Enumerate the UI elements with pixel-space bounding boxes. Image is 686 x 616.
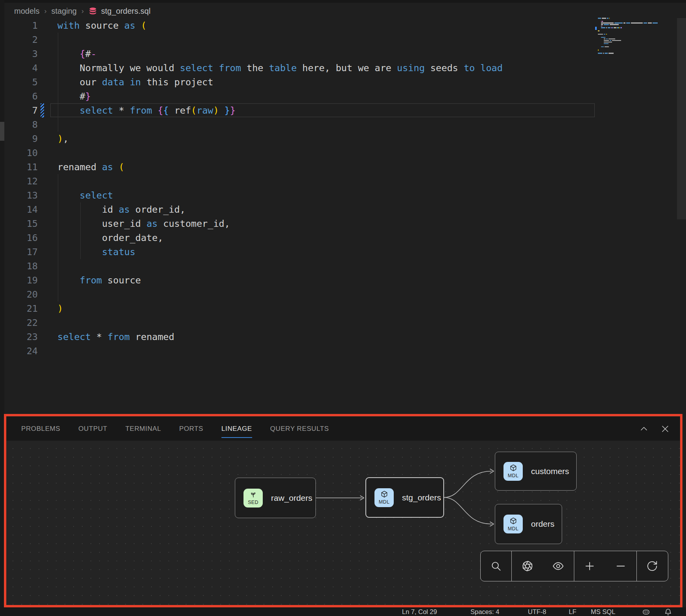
node-label: stg_orders (402, 493, 441, 502)
node-type-badge: MDL (503, 515, 523, 533)
code-line[interactable]: 5 our data in this project (4, 75, 686, 89)
code-line-text: #} (57, 89, 91, 103)
line-number: 1 (4, 18, 38, 33)
node-badge-text: MDL (379, 499, 389, 505)
panel-tab-terminal[interactable]: TERMINAL (125, 417, 161, 441)
code-line[interactable]: 8 (4, 118, 686, 132)
zoom-in-icon (584, 560, 596, 572)
line-number: 4 (4, 61, 38, 75)
line-number: 24 (4, 344, 38, 358)
status-encoding[interactable]: UTF-8 (528, 607, 546, 616)
lineage-node-orders[interactable]: MDLorders (495, 504, 562, 544)
line-number: 10 (4, 146, 38, 160)
maximize-panel-button[interactable] (639, 424, 649, 434)
code-line[interactable]: 24 (4, 344, 686, 358)
line-number: 21 (4, 302, 38, 316)
code-line[interactable]: 10 (4, 146, 686, 160)
aperture-icon (522, 560, 533, 572)
status-indentation[interactable]: Spaces: 4 (470, 607, 499, 616)
panel-tab-label: LINEAGE (221, 425, 252, 433)
refresh-button[interactable] (646, 560, 658, 572)
search-icon (490, 560, 502, 572)
toolbar-section (574, 551, 637, 581)
node-type-badge: MDL (374, 488, 394, 507)
panel-tab-bar: PROBLEMSOUTPUTTERMINALPORTSLINEAGEQUERY … (6, 417, 680, 441)
line-number: 16 (4, 231, 38, 245)
code-line[interactable]: 17 status (4, 245, 686, 259)
line-number: 22 (4, 316, 38, 330)
breadcrumb-item-staging[interactable]: staging (51, 7, 77, 16)
line-number: 8 (4, 118, 38, 132)
lineage-canvas[interactable]: SEDraw_ordersMDLstg_ordersMDLcustomersMD… (6, 441, 680, 606)
sprout-icon (249, 491, 257, 500)
code-line[interactable]: 13 select (4, 188, 686, 202)
breadcrumb-item-stg-orders-sql[interactable]: stg_orders.sql (101, 7, 151, 16)
line-number: 11 (4, 160, 38, 174)
line-number: 20 (4, 287, 38, 302)
status-language-mode[interactable]: MS SQL (591, 607, 615, 616)
panel-tab-lineage[interactable]: LINEAGE (221, 417, 252, 441)
zoom-out-icon (615, 560, 627, 572)
code-line[interactable]: 6 #} (4, 89, 686, 103)
aperture-button[interactable] (522, 560, 533, 572)
code-line[interactable]: 1with source as ( (4, 18, 686, 33)
line-number: 18 (4, 259, 38, 273)
code-line[interactable]: 11renamed as ( (4, 160, 686, 174)
status-eol[interactable]: LF (569, 607, 576, 616)
code-line[interactable]: 15 user_id as customer_id, (4, 217, 686, 231)
code-line[interactable]: 9), (4, 132, 686, 146)
eye-button[interactable] (552, 560, 564, 572)
line-number: 6 (4, 89, 38, 103)
active-tab-underline (221, 437, 252, 438)
panel-tab-label: PROBLEMS (21, 425, 60, 433)
minimap[interactable] (592, 15, 677, 62)
code-line[interactable]: 14 id as order_id, (4, 202, 686, 217)
panel-tab-label: TERMINAL (125, 425, 161, 433)
node-badge-text: MDL (508, 473, 518, 478)
panel-tab-problems[interactable]: PROBLEMS (21, 417, 60, 441)
cube-icon (509, 464, 517, 473)
code-line[interactable]: 3 {#- (4, 47, 686, 61)
toolbar-section (512, 551, 574, 581)
code-line[interactable]: 20 (4, 287, 686, 302)
line-number: 2 (4, 33, 38, 47)
panel-tab-ports[interactable]: PORTS (179, 417, 203, 441)
code-line[interactable]: 2 (4, 33, 686, 47)
code-line-text: select * from {{ ref(raw) }} (57, 103, 236, 118)
code-line[interactable]: 4 Normally we would select from the tabl… (4, 61, 686, 75)
refresh-icon (646, 560, 658, 572)
line-number: 5 (4, 75, 38, 89)
code-line[interactable]: 7 select * from {{ ref(raw) }} (4, 103, 686, 118)
line-number: 7 (4, 103, 38, 118)
cube-icon (380, 490, 388, 500)
code-line[interactable]: 22 (4, 316, 686, 330)
lineage-node-stg-orders[interactable]: MDLstg_orders (365, 477, 444, 518)
breadcrumb-item-models[interactable]: models (14, 7, 39, 16)
code-line[interactable]: 12 (4, 174, 686, 188)
bell-status-button[interactable] (664, 607, 672, 616)
code-line[interactable]: 18 (4, 259, 686, 273)
code-line[interactable]: 19 from source (4, 273, 686, 287)
code-line[interactable]: 23select * from renamed (4, 330, 686, 344)
copilot-status-button[interactable] (642, 607, 650, 616)
copilot-icon (642, 608, 650, 616)
chevron-up-icon (639, 424, 649, 434)
breadcrumb-separator: › (81, 7, 85, 15)
left-sash-scrollbar-thumb[interactable] (0, 122, 4, 141)
status-cursor-position[interactable]: Ln 7, Col 29 (402, 607, 437, 616)
code-line[interactable]: 16 order_date, (4, 231, 686, 245)
lineage-node-customers[interactable]: MDLcustomers (495, 452, 577, 491)
minimap-modified-marker (595, 27, 597, 30)
code-line-text: status (57, 245, 135, 259)
close-panel-button[interactable] (660, 424, 670, 434)
search-button[interactable] (490, 560, 502, 572)
editor-scrollbar[interactable] (677, 18, 686, 219)
zoom-out-button[interactable] (615, 560, 627, 572)
panel-tab-query-results[interactable]: QUERY RESULTS (270, 417, 329, 441)
line-number: 17 (4, 245, 38, 259)
line-number: 19 (4, 273, 38, 287)
lineage-node-raw-orders[interactable]: SEDraw_orders (235, 478, 316, 518)
zoom-in-button[interactable] (584, 560, 596, 572)
panel-tab-output[interactable]: OUTPUT (78, 417, 107, 441)
code-line[interactable]: 21) (4, 302, 686, 316)
